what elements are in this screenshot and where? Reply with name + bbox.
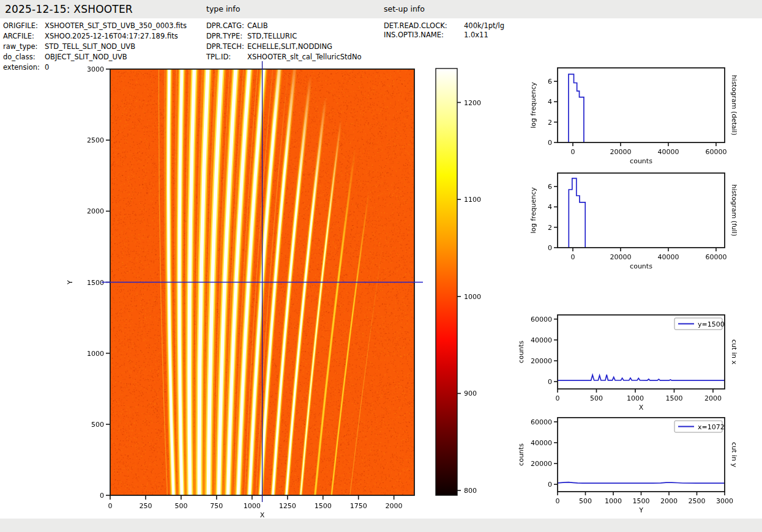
x-tick-label: 0	[556, 497, 560, 505]
x-tick-label: 60000	[705, 148, 727, 156]
x-tick-label: 1250	[279, 502, 296, 510]
x-tick-label: 0	[108, 502, 113, 510]
cut-in-y-ylabel: counts	[517, 443, 525, 466]
type-info-label: DPR.TECH:	[206, 42, 244, 51]
cut-in-y-line	[558, 482, 725, 484]
cut-in-x-line	[558, 375, 725, 380]
x-tick-label: 2000	[386, 502, 403, 510]
x-tick-label: 2000	[660, 497, 678, 505]
type-info-value: STD,TELLURIC	[247, 32, 297, 40]
cut-in-y-panel-title: cut in y	[730, 442, 738, 467]
y-tick-label: 20000	[531, 460, 552, 468]
type-info-heading: type info	[206, 0, 240, 18]
x-tick-label: 40000	[657, 253, 679, 261]
x-tick-label: 1000	[627, 394, 644, 402]
cut-in-x-legend-label: y=1500	[698, 320, 725, 328]
x-tick-label: 1500	[633, 497, 650, 505]
y-tick-label: 40000	[531, 336, 552, 344]
y-tick-label: 0	[548, 244, 552, 252]
y-tick-label: 0	[100, 492, 104, 500]
y-tick-label: 4	[548, 98, 552, 106]
y-tick-label: 2000	[87, 207, 104, 215]
x-tick-label: 1500	[315, 502, 332, 510]
cut-in-x-legend	[674, 318, 722, 330]
histogram-detail-frame	[558, 68, 725, 142]
file-info-label: extension:	[3, 63, 40, 72]
colorbar-tick-label: 800	[464, 487, 477, 495]
file-info-label: ORIGFILE:	[3, 21, 38, 30]
main-image-ylabel: Y	[66, 280, 74, 285]
cut-in-y-legend	[674, 421, 722, 432]
x-tick-label: 750	[210, 502, 223, 510]
y-tick-label: 2	[548, 224, 552, 232]
x-tick-label: 1500	[665, 394, 682, 402]
histogram-full-xlabel: counts	[630, 262, 652, 270]
file-info-value: OBJECT_SLIT_NOD_UVB	[45, 53, 127, 61]
type-info-value: CALIB	[247, 21, 268, 30]
file-info-value: 0	[45, 63, 49, 72]
histogram-detail-panel-title: histogram (detail)	[730, 75, 738, 136]
x-tick-label: 1750	[350, 502, 367, 510]
type-info-label: DPR.TYPE:	[206, 32, 242, 40]
x-tick-label: 500	[590, 394, 603, 402]
cut-in-x-ylabel: counts	[517, 341, 525, 363]
y-tick-label: 6	[548, 183, 552, 191]
x-tick-label: 3000	[716, 497, 733, 505]
qc-rawdisp-page: 2025-12-15: XSHOOTER type info set-up in…	[0, 0, 762, 532]
type-info-label: TPL.ID:	[206, 53, 231, 61]
echelle-image-canvas	[110, 69, 414, 495]
y-tick-label: 40000	[531, 439, 552, 447]
histogram-full-line	[569, 179, 585, 248]
type-info-label: DPR.CATG:	[206, 21, 244, 30]
y-tick-label: 0	[548, 378, 552, 386]
x-tick-label: 0	[570, 148, 575, 156]
histogram-detail-line	[569, 74, 584, 142]
file-info-label: ARCFILE:	[3, 32, 34, 40]
file-info-value: STD_TELL_SLIT_NOD_UVB	[45, 42, 135, 51]
x-tick-label: 1000	[605, 497, 622, 505]
setup-info-heading: set-up info	[384, 0, 425, 18]
x-tick-label: 20000	[610, 253, 631, 261]
histogram-full-ylabel: log frequency	[529, 187, 537, 234]
y-tick-label: 0	[548, 481, 552, 489]
colorbar	[436, 68, 457, 495]
histogram-detail-ylabel: log frequency	[529, 82, 537, 128]
colorbar-tick-label: 1200	[464, 99, 481, 107]
file-info-label: raw_type:	[3, 42, 38, 51]
y-tick-label: 60000	[531, 316, 552, 323]
histogram-detail-xlabel: counts	[630, 157, 652, 165]
file-info-label: do_class:	[3, 53, 35, 61]
x-tick-label: 2000	[704, 394, 722, 402]
setup-info-value: 400k/1pt/lg	[464, 21, 504, 30]
y-tick-label: 1500	[87, 279, 104, 287]
cut-in-x-xlabel: X	[639, 404, 644, 412]
footer-bar: powered by QC: www.eso.org/HC created by…	[0, 519, 762, 532]
y-tick-label: 6	[548, 78, 552, 86]
file-info-value: XSHOOTER_SLT_STD_UVB_350_0003.fits	[45, 21, 187, 30]
histogram-full-panel-title: histogram (full)	[730, 185, 738, 237]
x-tick-label: 40000	[657, 148, 679, 156]
x-tick-label: 2500	[689, 497, 706, 505]
header-bar: 2025-12-15: XSHOOTER type info set-up in…	[0, 0, 762, 18]
cut-in-x-panel-title: cut in x	[730, 339, 738, 364]
x-tick-label: 1000	[244, 502, 261, 510]
y-tick-label: 500	[91, 421, 104, 429]
x-tick-label: 0	[556, 394, 560, 402]
y-tick-label: 60000	[531, 418, 552, 426]
setup-info-value: 1.0x11	[464, 31, 488, 39]
colorbar-tick-label: 1000	[464, 293, 481, 301]
y-tick-label: 1000	[87, 350, 104, 358]
y-tick-label: 0	[548, 139, 552, 147]
type-info-value: XSHOOTER_slt_cal_TelluricStdNo	[247, 53, 362, 61]
histogram-full-frame	[558, 173, 725, 248]
x-tick-label: 250	[139, 502, 152, 510]
file-info-value: XSHOO.2025-12-16T04:17:27.189.fits	[45, 32, 178, 40]
cut-in-y-legend-label: x=1072	[698, 423, 725, 431]
colorbar-tick-label: 1100	[464, 196, 481, 204]
y-tick-label: 3000	[87, 65, 104, 73]
y-tick-label: 4	[548, 203, 552, 211]
setup-info-label: INS.OPTI3.NAME:	[384, 31, 444, 39]
y-tick-label: 2500	[87, 136, 104, 144]
page-title: 2025-12-15: XSHOOTER	[5, 0, 133, 18]
cut-in-y-xlabel: Y	[638, 506, 643, 514]
